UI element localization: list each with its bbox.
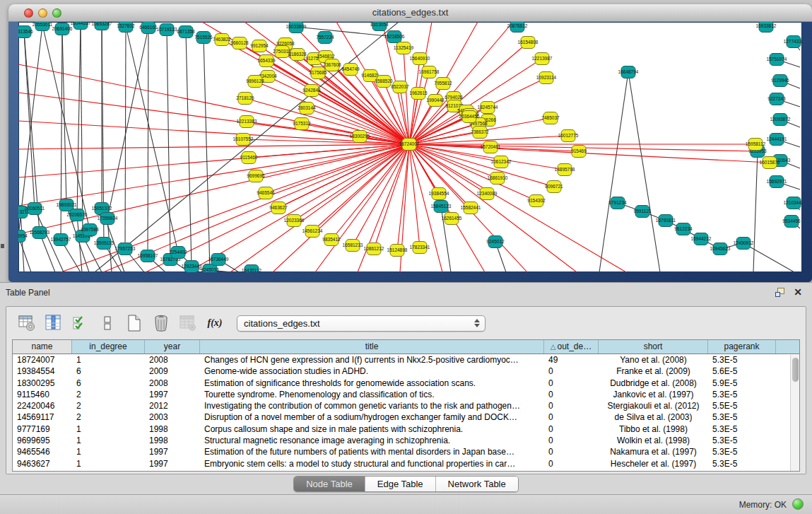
network-node[interactable]: 20691406 <box>52 23 73 35</box>
network-node[interactable]: 10719133 <box>157 24 177 36</box>
network-node[interactable]: 9115460 <box>240 152 258 164</box>
network-node[interactable]: 7485037 <box>541 112 560 124</box>
network-node[interactable]: 20160511 <box>25 203 45 215</box>
float-panel-icon[interactable] <box>775 288 785 297</box>
network-node[interactable]: 10945623 <box>710 243 731 255</box>
table-row[interactable]: 2242004622012Investigating the contribut… <box>13 400 799 411</box>
network-node[interactable]: 12774332 <box>784 36 802 48</box>
network-node[interactable]: 18245744 <box>478 102 498 114</box>
function-builder-button[interactable]: f(x) <box>204 313 225 334</box>
tab-edge-table[interactable]: Edge Table <box>365 477 435 491</box>
network-node[interactable]: 15720461 <box>481 141 501 153</box>
table-scrollbar-thumb[interactable] <box>792 358 799 382</box>
tab-node-table[interactable]: Node Table <box>294 477 365 491</box>
select-columns-button[interactable] <box>70 313 91 334</box>
network-node[interactable]: 9463627 <box>269 202 288 214</box>
network-node[interactable]: 12093872 <box>770 114 791 126</box>
network-node[interactable]: 15692971 <box>767 176 787 188</box>
network-node[interactable]: 1588520 <box>375 76 393 88</box>
column-header-short[interactable]: short <box>599 340 708 354</box>
network-node[interactable]: 9612234 <box>674 223 693 235</box>
network-node[interactable]: 20553011 <box>33 22 53 31</box>
network-node[interactable]: 7955812 <box>434 78 452 90</box>
table-row[interactable]: 977716911998Corpus callosum shape and si… <box>13 424 799 435</box>
network-node[interactable]: 12103442 <box>784 197 802 209</box>
network-node[interactable]: 16435112 <box>242 265 262 273</box>
network-node[interactable]: 15751074 <box>767 54 787 66</box>
network-node[interactable]: 13942757 <box>51 234 71 246</box>
network-node[interactable]: 8186328 <box>288 49 307 61</box>
network-node[interactable]: 6871358 <box>177 26 195 38</box>
network-node[interactable]: 9313546 <box>18 26 33 38</box>
network-node[interactable]: 2803144 <box>298 103 316 115</box>
table-select-dropdown[interactable]: citations_edges.txt <box>237 315 486 332</box>
network-node[interactable]: 7254402 <box>169 247 187 259</box>
network-node[interactable]: 9534456 <box>782 216 801 228</box>
network-node[interactable]: 15640910 <box>410 53 430 65</box>
table-row[interactable]: 911546021997Tourette syndrome. Phenomeno… <box>13 389 799 400</box>
network-node[interactable]: 14895798 <box>555 164 575 176</box>
network-node[interactable]: 9465546 <box>257 187 275 199</box>
network-node[interactable]: 10653287 <box>92 22 112 30</box>
network-node[interactable]: 9835412 <box>322 234 341 246</box>
column-header-indegree[interactable]: in_degree <box>72 340 145 354</box>
network-node[interactable]: 10923114 <box>536 72 557 84</box>
network-node[interactable]: 9242848 <box>302 85 321 97</box>
network-node[interactable]: 9896128 <box>246 76 264 88</box>
network-node[interactable]: 10861212 <box>364 243 384 255</box>
table-scrollbar[interactable] <box>790 355 799 471</box>
network-node[interactable]: 9245012 <box>486 236 505 248</box>
network-node[interactable]: 9699695 <box>247 170 265 182</box>
network-node[interactable]: 16154808 <box>518 37 539 49</box>
network-node[interactable]: 12023366 <box>284 215 305 227</box>
network-node[interactable]: 9175312 <box>293 118 311 130</box>
column-header-pagerank[interactable]: pagerank <box>708 340 776 354</box>
network-node[interactable]: 20876812 <box>507 22 528 33</box>
network-node[interactable]: 8791234 <box>608 197 627 209</box>
network-node[interactable]: 8313054 <box>370 22 389 31</box>
network-node[interactable]: 7515526 <box>194 32 213 44</box>
network-node[interactable]: 1654339 <box>257 55 276 67</box>
new-column-button[interactable] <box>124 313 145 334</box>
table-row[interactable]: 946554611997Estimation of the future num… <box>13 446 799 457</box>
network-node[interactable]: 16044557 <box>71 22 91 30</box>
network-canvas[interactable]: 9313546205530112069140616044557106532871… <box>18 22 802 272</box>
network-node[interactable]: 12923443 <box>182 261 202 273</box>
network-node[interactable]: 11325419 <box>394 42 414 54</box>
network-node[interactable]: 17823341 <box>410 242 430 254</box>
column-header-outde[interactable]: △out_de… <box>544 340 599 354</box>
network-node[interactable]: 915469 <box>571 146 587 158</box>
network-node[interactable]: 16033809 <box>286 22 307 33</box>
network-node[interactable]: 9227343 <box>767 93 786 105</box>
network-node[interactable]: 8096721 <box>545 181 563 193</box>
network-node[interactable]: 16648794 <box>618 66 639 78</box>
show-columns-button[interactable] <box>43 313 64 334</box>
network-node[interactable]: 16012775 <box>558 130 579 142</box>
table-row[interactable]: 1872400712008Changes of HCN gene express… <box>13 354 799 366</box>
row-height-button[interactable] <box>97 313 118 334</box>
network-node[interactable]: 11568293 <box>30 227 50 239</box>
table-row[interactable]: 1938455462009Genome-wide association stu… <box>13 366 799 377</box>
column-header-name[interactable]: name <box>13 340 72 354</box>
network-node[interactable]: 7386372 <box>471 127 489 139</box>
table-row[interactable]: 969969511998Structural magnetic resonanc… <box>13 435 799 446</box>
network-node[interactable]: 15124898 <box>387 245 408 257</box>
network-node[interactable]: 12213383 <box>237 116 257 128</box>
network-node[interactable]: 1527602 <box>117 22 135 33</box>
column-header-title[interactable]: title <box>200 340 544 354</box>
window-titlebar[interactable]: citations_edges.txt <box>8 4 812 22</box>
network-node[interactable]: 9397588 <box>81 224 99 236</box>
network-node[interactable]: 10612342 <box>491 156 512 168</box>
network-node[interactable]: 9154302 <box>527 195 546 207</box>
network-node[interactable]: 2367608 <box>323 59 341 71</box>
network-node[interactable]: 19384554 <box>429 188 449 200</box>
network-node[interactable]: 14561234 <box>302 226 323 238</box>
column-header-year[interactable]: year <box>145 340 200 354</box>
delete-column-button[interactable] <box>151 313 172 334</box>
network-node[interactable]: 2718126 <box>236 93 254 105</box>
network-canvas-container[interactable]: 9313546205530112069140616044557106532871… <box>18 22 802 272</box>
table-settings-button[interactable] <box>16 313 37 334</box>
network-node[interactable]: 16261455 <box>442 213 462 225</box>
network-node[interactable]: 8522037 <box>391 81 409 93</box>
network-node[interactable]: 9912954 <box>250 40 269 52</box>
